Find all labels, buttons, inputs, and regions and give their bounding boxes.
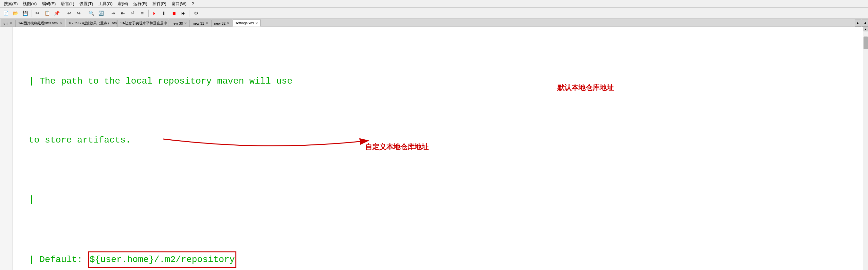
menu-bar: 搜索(S) 视图(V) 编码(E) 语言(L) 设置(T) 工具(O) 宏(M)… — [0, 0, 868, 8]
line-numbers — [0, 27, 13, 270]
code-line-1: | The path to the local repository maven… — [18, 74, 858, 89]
menu-encoding[interactable]: 编码(E) — [39, 0, 58, 7]
tab-new32-close[interactable]: ✕ — [227, 22, 229, 25]
tab-settings-close[interactable]: ✕ — [255, 22, 258, 25]
menu-run[interactable]: 运行(R) — [131, 0, 150, 7]
sep3 — [85, 10, 85, 17]
toolbar: 📄 📂 💾 ✂ 📋 📌 ↩ ↪ 🔍 🔄 ⇥ ⇤ ⏎ ≡ ⏵ ⏸ ⏹ ⏭ ⚙ — [0, 8, 868, 19]
tab-center[interactable]: 13-让盒子实现水平和垂直居中.html ✕ — [117, 20, 168, 27]
outdent-btn[interactable]: ⇤ — [119, 9, 127, 17]
menu-plugins[interactable]: 插件(P) — [150, 0, 169, 7]
replace-btn[interactable]: 🔄 — [96, 9, 105, 17]
tab-new32-label: new 32 — [214, 22, 225, 25]
code-text-line2: to store artifacts. — [18, 133, 131, 148]
paste-btn[interactable]: 📌 — [52, 9, 61, 17]
menu-search[interactable]: 搜索(S) — [1, 0, 20, 7]
stop-btn[interactable]: ⏹ — [169, 9, 178, 17]
tab-tml-label: tml — [3, 22, 8, 25]
tab-new31[interactable]: new 31 ✕ — [190, 20, 211, 27]
tab-filter-label: 14-图片模糊处理filter.html — [18, 21, 59, 26]
code-text-line1: | The path to the local repository maven… — [18, 74, 292, 89]
sep1 — [31, 10, 31, 17]
step-btn[interactable]: ⏭ — [179, 9, 188, 17]
run-btn[interactable]: ⏵ — [150, 9, 159, 17]
sep4 — [107, 10, 107, 17]
code-text-line4-pre: | Default: — [18, 252, 88, 267]
copy-btn[interactable]: 📋 — [42, 9, 52, 17]
annotation-default-repo: 默认本地仓库地址 — [557, 83, 614, 93]
save-btn[interactable]: 💾 — [21, 9, 29, 17]
tab-filter-close[interactable]: ✕ — [60, 22, 62, 25]
cut-btn[interactable]: ✂ — [33, 9, 42, 17]
code-line-3: | — [18, 192, 858, 207]
wrap-btn[interactable]: ⏎ — [128, 9, 137, 17]
undo-btn[interactable]: ↩ — [65, 9, 74, 17]
annotation-custom-repo: 自定义本地仓库地址 — [365, 142, 429, 152]
menu-macro[interactable]: 宏(M) — [115, 0, 131, 7]
find-btn[interactable]: 🔍 — [87, 9, 96, 17]
sep2 — [63, 10, 63, 17]
sep5 — [148, 10, 149, 17]
tab-tml[interactable]: tml ✕ — [1, 20, 15, 27]
tab-center-label: 13-让盒子实现水平和垂直居中.html — [120, 21, 168, 26]
code-block: | The path to the local repository maven… — [18, 29, 858, 270]
menu-view[interactable]: 视图(V) — [20, 0, 39, 7]
editor-area: | The path to the local repository maven… — [0, 27, 868, 270]
tab-new32[interactable]: new 32 ✕ — [211, 20, 232, 27]
tab-settings[interactable]: settings.xml ✕ — [232, 20, 261, 27]
tab-new30-close[interactable]: ✕ — [184, 22, 187, 25]
open-file-btn[interactable]: 📂 — [11, 9, 20, 17]
new-file-btn[interactable]: 📄 — [1, 9, 10, 17]
tab-filter[interactable]: 14-图片模糊处理filter.html ✕ — [16, 20, 65, 27]
code-default-value: ${user.home}/.m2/repository — [88, 251, 237, 268]
tab-tml-close[interactable]: ✕ — [10, 22, 12, 25]
editor-content[interactable]: | The path to the local repository maven… — [13, 27, 863, 270]
debug-btn[interactable]: ⏸ — [160, 9, 169, 17]
menu-tools[interactable]: 工具(O) — [96, 0, 115, 7]
indent-btn[interactable]: ⇥ — [109, 9, 118, 17]
code-line-4: | Default: ${user.home}/.m2/repository — [18, 251, 858, 268]
code-text-line3: | — [18, 192, 34, 207]
tab-new31-label: new 31 — [193, 22, 204, 25]
tab-new30-label: new 30 — [172, 22, 183, 25]
redo-btn[interactable]: ↪ — [74, 9, 83, 17]
code-line-2: to store artifacts. — [18, 133, 858, 148]
menu-window[interactable]: 窗口(W) — [169, 0, 189, 7]
scrollbar-vertical[interactable]: ▲ — [863, 27, 868, 270]
tab-css3-label: 16-CSS3过渡效果（重点）.html — [68, 21, 117, 26]
tabs-bar: tml ✕ 14-图片模糊处理filter.html ✕ 16-CSS3过渡效果… — [0, 19, 868, 27]
misc-btn[interactable]: ⚙ — [191, 9, 200, 17]
scroll-thumb[interactable] — [864, 36, 868, 49]
menu-language[interactable]: 语言(L) — [58, 0, 77, 7]
tabs-scroll-right[interactable]: ▶ — [855, 20, 861, 27]
tabs-scroll-left[interactable]: ◀ — [862, 20, 868, 27]
menu-settings[interactable]: 设置(T) — [77, 0, 96, 7]
sep6 — [190, 10, 190, 17]
tab-settings-label: settings.xml — [236, 21, 254, 25]
format-btn[interactable]: ≡ — [138, 9, 147, 17]
scroll-up-btn[interactable]: ▲ — [864, 27, 868, 31]
tab-new30[interactable]: new 30 ✕ — [169, 20, 190, 27]
tab-new31-close[interactable]: ✕ — [206, 22, 208, 25]
menu-help[interactable]: ? — [189, 1, 196, 7]
tab-css3[interactable]: 16-CSS3过渡效果（重点）.html ✕ — [66, 20, 117, 27]
